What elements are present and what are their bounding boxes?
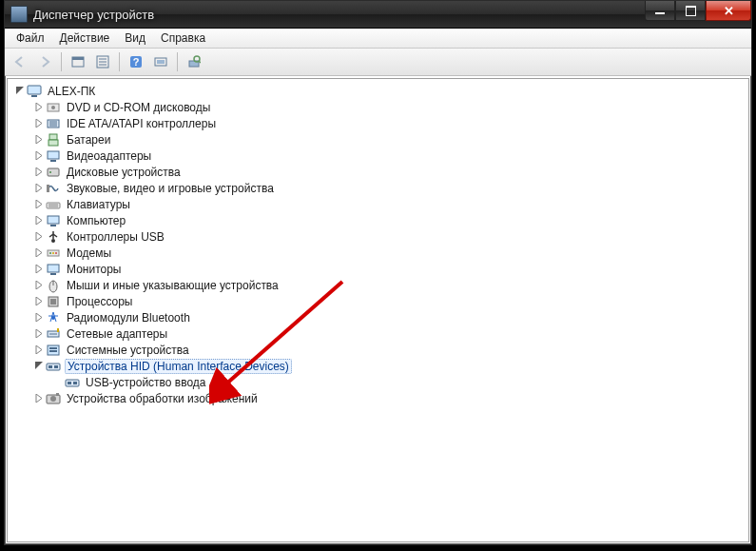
tree-item-imaging[interactable]: Устройства обработки изображений [11,390,748,406]
svg-rect-28 [47,203,60,208]
svg-rect-59 [56,393,59,396]
tree-item-hid[interactable]: Устройства HID (Human Interface Devices) [11,358,748,374]
tree-item[interactable]: Звуковые, видео и игровые устройства [11,180,748,196]
tree-item[interactable]: Модемы [11,245,748,261]
expander-icon[interactable] [32,230,46,244]
update-driver-button[interactable] [183,50,205,73]
menu-view[interactable]: Вид [117,30,153,47]
expander-icon[interactable] [32,360,46,373]
tree-item[interactable]: Клавиатуры [11,196,748,212]
expander-icon[interactable] [32,327,46,341]
device-category-icon [46,343,61,358]
tree-item-imaging-label: Устройства обработки изображений [65,392,260,405]
tree-item[interactable]: Видеоадаптеры [11,148,748,164]
tree-item[interactable]: DVD и CD-ROM дисководы [11,99,748,115]
scan-hardware-button[interactable] [149,50,172,73]
svg-rect-13 [28,86,41,94]
svg-rect-49 [49,347,57,349]
expander-icon[interactable] [32,344,46,357]
tree-item[interactable]: Сетевые адаптеры [11,325,748,342]
menu-action[interactable]: Действие [52,30,118,47]
device-tree[interactable]: ALEX-ПК DVD и CD-ROM дисководыIDE ATA/AT… [8,79,748,410]
properties-button[interactable] [91,50,114,73]
window-controls: ✕ [645,1,751,20]
tree-item-hid-child[interactable]: USB-устройство ввода [11,374,748,390]
svg-rect-38 [48,265,59,272]
device-category-icon [46,229,61,245]
svg-rect-14 [31,95,37,97]
menu-file[interactable]: Файл [9,30,52,47]
maximize-button[interactable] [675,1,706,21]
svg-rect-56 [73,382,77,384]
tree-item[interactable]: Батареи [11,131,748,148]
device-category-icon [46,278,61,293]
expander-icon[interactable] [32,295,46,308]
svg-rect-1 [72,57,84,60]
titlebar: Диспетчер устройств ✕ [5,1,751,29]
device-category-icon [46,310,61,325]
show-hidden-button[interactable] [67,50,89,73]
expander-icon[interactable] [32,214,46,227]
svg-rect-52 [48,365,52,368]
tree-item[interactable]: Дисковые устройства [11,164,748,180]
tree-item-label: Дисковые устройства [65,166,183,179]
toolbar: ? [5,49,751,76]
minimize-button[interactable] [645,1,675,21]
expander-icon[interactable] [32,279,46,292]
tree-item[interactable]: Мониторы [11,261,748,277]
tree-item-label: Системные устройства [65,344,191,357]
device-category-icon [46,116,61,131]
expander-icon[interactable] [32,263,46,276]
tree-item[interactable]: Компьютер [11,212,748,228]
tree-item-label: Процессоры [65,295,135,308]
expander-icon[interactable] [32,117,46,130]
svg-rect-24 [50,160,56,162]
tree-item-hid-child-label: USB-устройство ввода [84,376,208,389]
expander-icon[interactable] [32,149,46,163]
expander-icon[interactable] [32,101,46,114]
svg-point-36 [52,252,54,254]
svg-rect-55 [68,382,71,384]
nav-back-button[interactable] [9,50,31,73]
expander-icon[interactable] [32,198,46,211]
device-category-icon [46,213,61,228]
svg-point-16 [51,106,55,109]
svg-point-26 [49,171,51,173]
device-tree-panel: ALEX-ПК DVD и CD-ROM дисководыIDE ATA/AT… [7,78,749,542]
nav-forward-button[interactable] [33,50,56,73]
help-button[interactable]: ? [125,50,147,73]
svg-rect-27 [47,185,49,192]
expander-icon[interactable] [32,166,46,179]
device-category-icon [46,294,61,309]
tree-item[interactable]: Радиомодули Bluetooth [11,309,748,325]
close-button[interactable]: ✕ [706,1,751,21]
svg-rect-50 [49,350,57,352]
tree-item-label: Модемы [65,246,113,260]
tree-item[interactable]: Системные устройства [11,342,748,358]
tree-item[interactable]: Контроллеры USB [11,228,748,245]
app-icon [10,6,28,23]
svg-point-58 [50,396,56,402]
expander-icon[interactable] [32,392,46,405]
expander-icon[interactable] [32,311,46,325]
tree-item[interactable]: IDE ATA/ATAPI контроллеры [11,115,748,131]
imaging-icon [46,391,61,406]
svg-point-33 [51,239,55,243]
expander-icon[interactable] [13,85,27,98]
expander-icon[interactable] [32,182,46,195]
expander-icon[interactable] [32,246,46,260]
usb-hid-icon [65,375,80,390]
tree-item[interactable]: Мыши и иные указывающие устройства [11,277,748,293]
tree-item-label: IDE ATA/ATAPI контроллеры [65,117,218,130]
tree-item[interactable]: Процессоры [11,293,748,309]
tree-item-label: Компьютер [65,214,127,227]
tree-item-label: Звуковые, видео и игровые устройства [65,182,276,195]
device-category-icon [46,326,61,342]
expander-icon[interactable] [32,133,46,147]
svg-rect-21 [49,134,57,140]
menubar: Файл Действие Вид Справка [5,29,751,49]
tree-root[interactable]: ALEX-ПК [11,83,748,99]
menu-help[interactable]: Справка [153,30,213,47]
svg-rect-39 [50,273,56,275]
svg-rect-47 [57,328,59,332]
